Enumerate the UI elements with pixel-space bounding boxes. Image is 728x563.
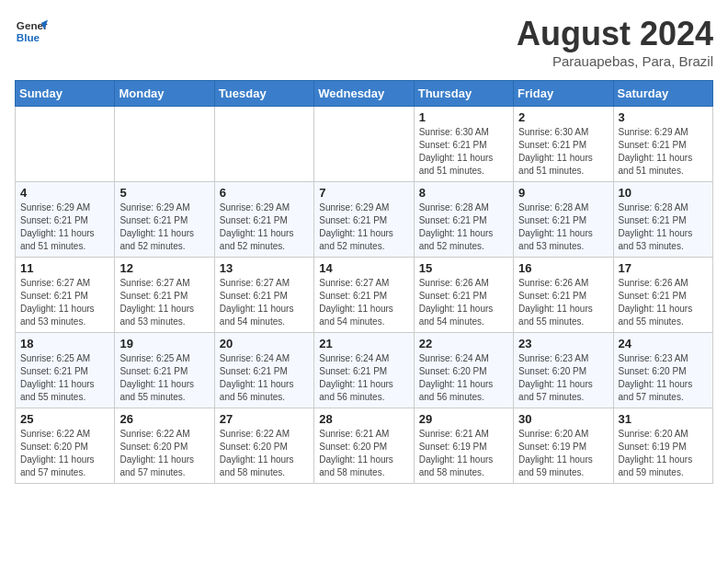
calendar-cell: 10Sunrise: 6:28 AM Sunset: 6:21 PM Dayli… (613, 182, 712, 258)
day-number: 26 (119, 412, 209, 426)
calendar-cell: 3Sunrise: 6:29 AM Sunset: 6:21 PM Daylig… (613, 107, 712, 182)
calendar-cell: 6Sunrise: 6:29 AM Sunset: 6:21 PM Daylig… (214, 182, 313, 258)
day-number: 10 (619, 186, 708, 200)
calendar-cell: 25Sunrise: 6:22 AM Sunset: 6:20 PM Dayli… (16, 408, 115, 484)
day-number: 16 (518, 261, 608, 275)
day-info: Sunrise: 6:29 AM Sunset: 6:21 PM Dayligh… (220, 201, 309, 253)
day-number: 28 (319, 412, 408, 426)
day-info: Sunrise: 6:27 AM Sunset: 6:21 PM Dayligh… (319, 277, 408, 328)
day-info: Sunrise: 6:23 AM Sunset: 6:20 PM Dayligh… (619, 352, 708, 404)
weekday-header-friday: Friday (514, 81, 613, 107)
day-info: Sunrise: 6:25 AM Sunset: 6:21 PM Dayligh… (20, 352, 109, 404)
day-info: Sunrise: 6:21 AM Sunset: 6:19 PM Dayligh… (419, 428, 508, 479)
day-info: Sunrise: 6:22 AM Sunset: 6:20 PM Dayligh… (119, 428, 209, 479)
weekday-header-monday: Monday (115, 81, 214, 107)
day-info: Sunrise: 6:24 AM Sunset: 6:20 PM Dayligh… (419, 352, 508, 404)
svg-text:Blue: Blue (17, 31, 40, 43)
day-number: 5 (119, 186, 209, 200)
calendar-cell: 14Sunrise: 6:27 AM Sunset: 6:21 PM Dayli… (314, 258, 414, 333)
day-info: Sunrise: 6:22 AM Sunset: 6:20 PM Dayligh… (220, 428, 309, 479)
page-header: General Blue August 2024 Parauapebas, Pa… (15, 15, 713, 69)
weekday-header-tuesday: Tuesday (214, 81, 313, 107)
day-number: 31 (619, 412, 708, 426)
day-number: 9 (518, 186, 608, 200)
day-number: 6 (220, 186, 309, 200)
day-number: 17 (619, 261, 708, 275)
day-number: 22 (419, 337, 508, 350)
logo: General Blue (15, 15, 48, 48)
logo-icon: General Blue (15, 15, 48, 48)
day-info: Sunrise: 6:24 AM Sunset: 6:21 PM Dayligh… (220, 352, 309, 404)
day-number: 27 (220, 412, 309, 426)
day-number: 11 (20, 261, 109, 275)
day-number: 25 (20, 412, 109, 426)
calendar-cell: 15Sunrise: 6:26 AM Sunset: 6:21 PM Dayli… (414, 258, 513, 333)
calendar-cell: 12Sunrise: 6:27 AM Sunset: 6:21 PM Dayli… (115, 258, 214, 333)
calendar-cell: 5Sunrise: 6:29 AM Sunset: 6:21 PM Daylig… (115, 182, 214, 258)
day-number: 23 (518, 337, 608, 350)
weekday-header-thursday: Thursday (414, 81, 513, 107)
day-info: Sunrise: 6:25 AM Sunset: 6:21 PM Dayligh… (119, 352, 209, 404)
calendar-cell: 23Sunrise: 6:23 AM Sunset: 6:20 PM Dayli… (514, 333, 613, 408)
calendar-week-row: 1Sunrise: 6:30 AM Sunset: 6:21 PM Daylig… (16, 107, 713, 182)
calendar-cell: 2Sunrise: 6:30 AM Sunset: 6:21 PM Daylig… (514, 107, 613, 182)
calendar-cell (314, 107, 414, 182)
calendar-cell: 19Sunrise: 6:25 AM Sunset: 6:21 PM Dayli… (115, 333, 214, 408)
calendar-cell: 17Sunrise: 6:26 AM Sunset: 6:21 PM Dayli… (613, 258, 712, 333)
title-area: August 2024 Parauapebas, Para, Brazil (517, 15, 713, 69)
day-info: Sunrise: 6:26 AM Sunset: 6:21 PM Dayligh… (518, 277, 608, 328)
calendar-week-row: 4Sunrise: 6:29 AM Sunset: 6:21 PM Daylig… (16, 182, 713, 258)
calendar-cell: 31Sunrise: 6:20 AM Sunset: 6:19 PM Dayli… (613, 408, 712, 484)
calendar-cell (115, 107, 214, 182)
day-info: Sunrise: 6:30 AM Sunset: 6:21 PM Dayligh… (518, 126, 608, 178)
calendar-title: August 2024 (517, 15, 713, 53)
day-info: Sunrise: 6:28 AM Sunset: 6:21 PM Dayligh… (419, 201, 508, 253)
calendar-cell (214, 107, 313, 182)
calendar-cell: 28Sunrise: 6:21 AM Sunset: 6:20 PM Dayli… (314, 408, 414, 484)
calendar-cell: 21Sunrise: 6:24 AM Sunset: 6:21 PM Dayli… (314, 333, 414, 408)
calendar-cell: 24Sunrise: 6:23 AM Sunset: 6:20 PM Dayli… (613, 333, 712, 408)
day-info: Sunrise: 6:26 AM Sunset: 6:21 PM Dayligh… (419, 277, 508, 328)
calendar-cell: 7Sunrise: 6:29 AM Sunset: 6:21 PM Daylig… (314, 182, 414, 258)
day-number: 30 (518, 412, 608, 426)
weekday-header-saturday: Saturday (613, 81, 712, 107)
day-info: Sunrise: 6:28 AM Sunset: 6:21 PM Dayligh… (518, 201, 608, 253)
calendar-subtitle: Parauapebas, Para, Brazil (517, 53, 713, 69)
calendar-cell: 26Sunrise: 6:22 AM Sunset: 6:20 PM Dayli… (115, 408, 214, 484)
day-info: Sunrise: 6:20 AM Sunset: 6:19 PM Dayligh… (518, 428, 608, 479)
calendar-cell: 9Sunrise: 6:28 AM Sunset: 6:21 PM Daylig… (514, 182, 613, 258)
weekday-header-wednesday: Wednesday (314, 81, 414, 107)
calendar-week-row: 11Sunrise: 6:27 AM Sunset: 6:21 PM Dayli… (16, 258, 713, 333)
day-info: Sunrise: 6:20 AM Sunset: 6:19 PM Dayligh… (619, 428, 708, 479)
calendar-table: SundayMondayTuesdayWednesdayThursdayFrid… (15, 80, 713, 484)
calendar-cell: 1Sunrise: 6:30 AM Sunset: 6:21 PM Daylig… (414, 107, 513, 182)
calendar-body: 1Sunrise: 6:30 AM Sunset: 6:21 PM Daylig… (16, 107, 713, 484)
calendar-cell: 20Sunrise: 6:24 AM Sunset: 6:21 PM Dayli… (214, 333, 313, 408)
day-number: 4 (20, 186, 109, 200)
day-info: Sunrise: 6:29 AM Sunset: 6:21 PM Dayligh… (119, 201, 209, 253)
calendar-header: SundayMondayTuesdayWednesdayThursdayFrid… (16, 81, 713, 107)
calendar-cell: 16Sunrise: 6:26 AM Sunset: 6:21 PM Dayli… (514, 258, 613, 333)
day-number: 8 (419, 186, 508, 200)
calendar-week-row: 25Sunrise: 6:22 AM Sunset: 6:20 PM Dayli… (16, 408, 713, 484)
calendar-cell: 22Sunrise: 6:24 AM Sunset: 6:20 PM Dayli… (414, 333, 513, 408)
calendar-week-row: 18Sunrise: 6:25 AM Sunset: 6:21 PM Dayli… (16, 333, 713, 408)
calendar-cell: 11Sunrise: 6:27 AM Sunset: 6:21 PM Dayli… (16, 258, 115, 333)
day-number: 12 (119, 261, 209, 275)
day-info: Sunrise: 6:26 AM Sunset: 6:21 PM Dayligh… (619, 277, 708, 328)
day-info: Sunrise: 6:27 AM Sunset: 6:21 PM Dayligh… (119, 277, 209, 328)
day-number: 14 (319, 261, 408, 275)
day-number: 2 (518, 110, 608, 124)
day-number: 20 (220, 337, 309, 350)
day-number: 13 (220, 261, 309, 275)
day-info: Sunrise: 6:29 AM Sunset: 6:21 PM Dayligh… (319, 201, 408, 253)
calendar-cell (16, 107, 115, 182)
day-info: Sunrise: 6:29 AM Sunset: 6:21 PM Dayligh… (619, 126, 708, 178)
day-number: 24 (619, 337, 708, 350)
day-info: Sunrise: 6:30 AM Sunset: 6:21 PM Dayligh… (419, 126, 508, 178)
day-info: Sunrise: 6:27 AM Sunset: 6:21 PM Dayligh… (20, 277, 109, 328)
weekday-header-sunday: Sunday (16, 81, 115, 107)
calendar-cell: 4Sunrise: 6:29 AM Sunset: 6:21 PM Daylig… (16, 182, 115, 258)
day-info: Sunrise: 6:22 AM Sunset: 6:20 PM Dayligh… (20, 428, 109, 479)
day-number: 7 (319, 186, 408, 200)
